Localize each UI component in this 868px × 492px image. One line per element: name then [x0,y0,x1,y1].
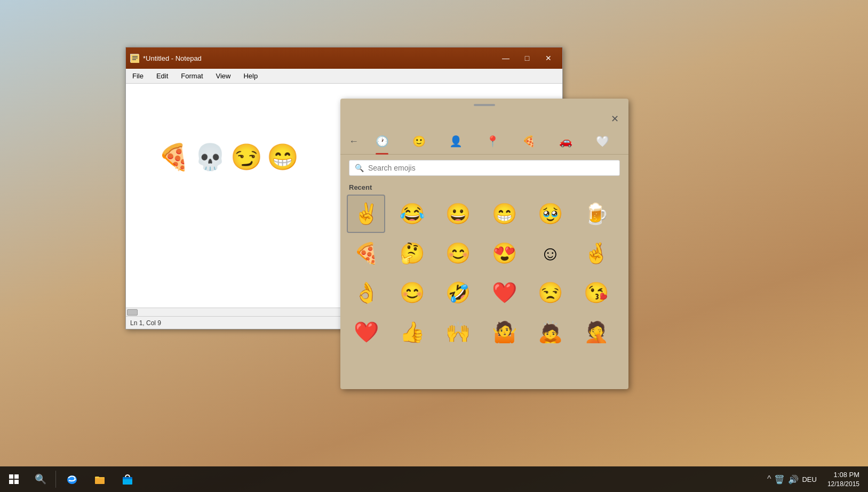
emoji-cell-11[interactable]: 🤞 [577,234,616,272]
emoji-cell-21[interactable]: 🤷 [485,313,523,351]
recycle-bin-icon[interactable]: 🗑️ [774,474,785,485]
tray-clock[interactable]: 1:08 PM 12/18/2015 [823,470,864,489]
emoji-cell-6[interactable]: 🍕 [347,234,385,272]
maximize-button[interactable]: □ [517,50,537,66]
emoji-cell-15[interactable]: ❤️ [485,273,523,312]
emoji-cell-20[interactable]: 🙌 [439,313,477,351]
volume-icon[interactable]: 🔊 [788,474,799,485]
taskbar-right: ^ 🗑️ 🔊 DEU 1:08 PM 12/18/2015 [763,466,868,492]
emoji-search-box[interactable]: 🔍 [349,160,620,176]
emoji-cell-2[interactable]: 😀 [439,195,477,233]
taskbar-app-edge[interactable] [58,466,86,492]
svg-rect-1 [132,56,138,57]
notepad-titlebar: *Untitled - Notepad — □ ✕ [126,47,562,69]
taskbar-search-button[interactable]: 🔍 [28,466,53,492]
emoji-nav-back-button[interactable]: ← [349,136,359,147]
desktop: *Untitled - Notepad — □ ✕ File Edit Form… [0,0,868,492]
emoji-cell-12[interactable]: 👌 [347,273,385,312]
scrollbar-thumb[interactable] [127,309,138,316]
emoji-nav: ← 🕐 🙂 👤 📍 🍕 🚗 🤍 [340,128,628,155]
notepad-menubar: File Edit Format View Help [126,69,562,84]
emoji-cell-10[interactable]: ☺️ [531,234,569,272]
emoji-tab-smiley[interactable]: 🙂 [402,131,436,152]
emoji-cell-23[interactable]: 🤦 [577,313,616,351]
emoji-tab-travel[interactable]: 🚗 [548,131,583,152]
menu-view[interactable]: View [210,70,237,82]
emoji-tab-food[interactable]: 🍕 [512,131,546,152]
tray-language[interactable]: DEU [802,475,816,483]
emoji-search-input[interactable] [368,164,614,172]
emoji-cell-19[interactable]: 👍 [393,313,431,351]
emoji-cell-18[interactable]: ❤️ [347,313,385,351]
notepad-emoji-content: 🍕💀😏😁 [158,142,303,172]
windows-logo-icon [9,474,19,484]
notepad-title: *Untitled - Notepad [143,54,202,62]
svg-rect-3 [132,59,136,60]
handle-bar [474,104,495,106]
close-button[interactable]: ✕ [539,50,558,66]
tray-time: 1:08 PM [834,470,859,480]
emoji-cell-16[interactable]: 😒 [531,273,569,312]
emoji-cell-17[interactable]: 😘 [577,273,616,312]
emoji-grid: ✌️ 😂 😀 😁 🥹 🍺 🍕 🤔 😊 😍 ☺️ 🤞 👌 😊 🤣 ❤️ 😒 😘 ❤… [340,195,628,351]
taskbar-app-store[interactable] [114,466,141,492]
notepad-app-icon [130,54,139,62]
emoji-panel-header: ✕ [340,111,628,128]
cursor-position: Ln 1, Col 9 [130,319,161,327]
minimize-button[interactable]: — [496,50,515,66]
menu-edit[interactable]: Edit [150,70,174,82]
tray-date: 12/18/2015 [827,480,859,489]
menu-format[interactable]: Format [174,70,209,82]
emoji-panel: ✕ ← 🕐 🙂 👤 📍 🍕 🚗 🤍 🔍 Recent ✌️ 😂 😀 😁 🥹 🍺 … [340,99,628,389]
taskbar-app-explorer[interactable] [86,466,114,492]
emoji-tab-recent[interactable]: 🕐 [365,131,400,152]
emoji-cell-1[interactable]: 😂 [393,195,431,233]
emoji-cell-13[interactable]: 😊 [393,273,431,312]
search-icon: 🔍 [355,164,364,172]
emoji-cell-0[interactable]: ✌️ [347,195,385,233]
svg-rect-7 [123,477,132,479]
menu-file[interactable]: File [126,70,150,82]
taskbar: 🔍 [0,466,868,492]
emoji-cell-4[interactable]: 🥹 [531,195,569,233]
emoji-tab-places[interactable]: 📍 [475,131,510,152]
taskbar-divider [55,471,56,488]
emoji-section-label: Recent [340,181,628,195]
emoji-cell-3[interactable]: 😁 [485,195,523,233]
taskbar-tray: ^ 🗑️ 🔊 DEU [763,474,821,485]
titlebar-controls: — □ ✕ [496,50,558,66]
emoji-panel-close-button[interactable]: ✕ [607,111,622,126]
emoji-tab-people[interactable]: 👤 [439,131,473,152]
tray-chevron-icon[interactable]: ^ [767,474,771,484]
emoji-cell-9[interactable]: 😍 [485,234,523,272]
start-button[interactable] [0,466,28,492]
emoji-cell-22[interactable]: 🙇 [531,313,569,351]
svg-rect-0 [131,54,139,63]
menu-help[interactable]: Help [237,70,264,82]
emoji-cell-14[interactable]: 🤣 [439,273,477,312]
emoji-cell-5[interactable]: 🍺 [577,195,616,233]
emoji-cell-8[interactable]: 😊 [439,234,477,272]
titlebar-left: *Untitled - Notepad [130,54,202,62]
emoji-cell-7[interactable]: 🤔 [393,234,431,272]
svg-rect-2 [132,58,138,59]
taskbar-left: 🔍 [0,466,141,492]
emoji-panel-handle[interactable] [340,99,628,111]
emoji-tab-symbols[interactable]: 🤍 [585,131,620,152]
